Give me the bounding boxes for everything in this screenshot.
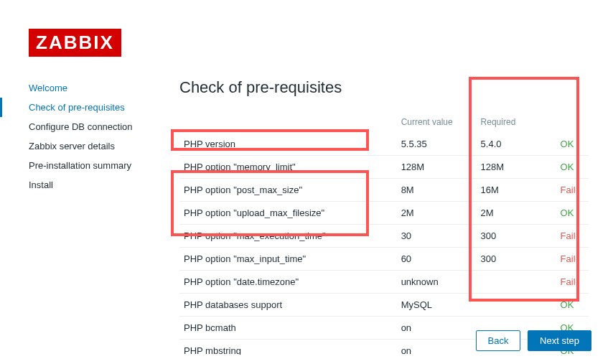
next-step-button[interactable]: Next step	[528, 330, 591, 351]
table-row: PHP option "memory_limit"128M128MOK	[179, 156, 589, 179]
sidebar-item-prerequisites[interactable]: Check of pre-requisites	[0, 98, 172, 117]
table-row: PHP option "max_input_time"60300Fail	[179, 248, 589, 271]
status-ok: OK	[556, 133, 589, 156]
cell-current: MySQL	[397, 294, 477, 317]
cell-required	[477, 294, 556, 317]
cell-current: 2M	[397, 202, 477, 225]
cell-name: PHP bcmath	[179, 317, 397, 340]
cell-name: PHP databases support	[179, 294, 397, 317]
cell-name: PHP option "post_max_size"	[179, 179, 397, 202]
cell-current: unknown	[397, 271, 477, 294]
table-row: PHP version5.5.355.4.0OK	[179, 133, 589, 156]
cell-name: PHP option "max_execution_time"	[179, 225, 397, 248]
table-row: PHP option "date.timezone"unknownFail	[179, 271, 589, 294]
table-row: PHP option "post_max_size"8M16MFail	[179, 179, 589, 202]
th-status	[556, 111, 589, 133]
cell-required: 16M	[477, 179, 556, 202]
cell-current: on	[397, 340, 477, 356]
back-button[interactable]: Back	[476, 330, 521, 351]
th-name	[179, 111, 397, 133]
sidebar-item-summary[interactable]: Pre-installation summary	[29, 156, 172, 175]
status-ok: OK	[556, 156, 589, 179]
status-ok: OK	[556, 294, 589, 317]
table-row: PHP option "max_execution_time"30300Fail	[179, 225, 589, 248]
cell-name: PHP option "date.timezone"	[179, 271, 397, 294]
cell-required: 300	[477, 225, 556, 248]
prerequisites-table: Current value Required PHP version5.5.35…	[179, 111, 589, 355]
status-fail: Fail	[556, 179, 589, 202]
cell-required	[477, 271, 556, 294]
sidebar-item-install[interactable]: Install	[29, 175, 172, 195]
cell-current: 128M	[397, 156, 477, 179]
cell-current: 5.5.35	[397, 133, 477, 156]
status-fail: Fail	[556, 225, 589, 248]
cell-current: 60	[397, 248, 477, 271]
sidebar-item-welcome[interactable]: Welcome	[29, 78, 172, 98]
page-title: Check of pre-requisites	[179, 78, 591, 97]
wizard-sidebar: Welcome Check of pre-requisites Configur…	[29, 78, 172, 355]
cell-name: PHP option "max_input_time"	[179, 248, 397, 271]
sidebar-item-db-connection[interactable]: Configure DB connection	[29, 117, 172, 136]
cell-name: PHP version	[179, 133, 397, 156]
sidebar-item-server-details[interactable]: Zabbix server details	[29, 136, 172, 156]
th-required: Required	[477, 111, 556, 133]
cell-name: PHP option "upload_max_filesize"	[179, 202, 397, 225]
prerequisites-table-wrap[interactable]: Current value Required PHP version5.5.35…	[179, 111, 591, 355]
cell-required: 5.4.0	[477, 133, 556, 156]
cell-current: 30	[397, 225, 477, 248]
table-row: PHP option "upload_max_filesize"2M2MOK	[179, 202, 589, 225]
cell-name: PHP option "memory_limit"	[179, 156, 397, 179]
cell-current: on	[397, 317, 477, 340]
status-ok: OK	[556, 202, 589, 225]
table-row: PHP databases supportMySQLOK	[179, 294, 589, 317]
zabbix-logo: ZABBIX	[29, 29, 121, 57]
status-fail: Fail	[556, 248, 589, 271]
footer-buttons: Back Next step	[472, 330, 591, 351]
cell-name: PHP mbstring	[179, 340, 397, 356]
th-current: Current value	[397, 111, 477, 133]
cell-current: 8M	[397, 179, 477, 202]
cell-required: 2M	[477, 202, 556, 225]
status-fail: Fail	[556, 271, 589, 294]
cell-required: 128M	[477, 156, 556, 179]
cell-required: 300	[477, 248, 556, 271]
